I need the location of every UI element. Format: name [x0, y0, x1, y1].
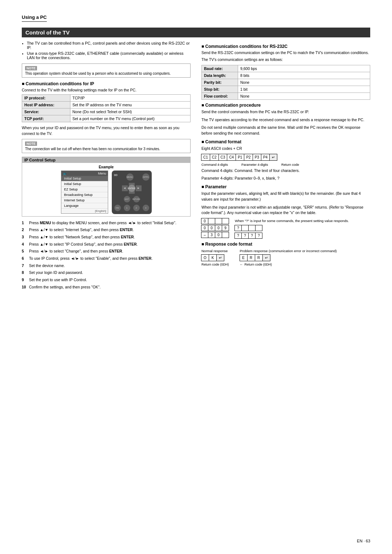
- comm-proc-p2: The TV operates according to the receive…: [201, 117, 370, 123]
- param-cell: 3: [208, 232, 215, 238]
- param-q-cell: ?: [241, 233, 249, 239]
- table-row: Flow control: None: [202, 93, 370, 99]
- step-8: 8 Set your login ID and password.: [22, 270, 191, 275]
- param-cell: –: [201, 232, 208, 238]
- remote-menu-btn: MENU: [126, 173, 134, 181]
- response-section: Normal response O K ↵ Return code (0DH) …: [201, 249, 370, 266]
- problem-response-label: Problem response (communication error or…: [240, 249, 337, 253]
- command-format-title: Command format: [201, 139, 370, 144]
- param-cell: 0: [201, 218, 208, 224]
- ip-control-title: IP Control Setup: [22, 157, 190, 163]
- dpad-right-btn: ►: [136, 185, 142, 191]
- step-7: 7 Set the device name.: [22, 263, 191, 268]
- cmd-cell-p2: P2: [244, 154, 253, 161]
- cell-key: Service:: [22, 108, 70, 115]
- ip-control-box: IP Control Setup Example 📺 Menu Initial …: [22, 157, 191, 217]
- parameter-note: When the input parameter is not within a…: [201, 205, 370, 216]
- remote-dpad: ▲ ▼ ◄ ► ENTER: [122, 183, 142, 194]
- btn-2: 2: [133, 205, 140, 211]
- cell-value: TCP/IP: [70, 95, 190, 102]
- param-right-section: When "?" is input for some commands, the…: [235, 218, 349, 239]
- err-return-cell: ↵: [262, 254, 270, 261]
- menu-item-3: Broadcasting Setup: [61, 192, 108, 198]
- parameter-intro: Input the parameter values, aligning lef…: [201, 191, 370, 202]
- param-cell: [215, 218, 222, 224]
- comm-rs232-table: Baud rate: 9,600 bps Data length: 8 bits…: [201, 65, 370, 100]
- command-diagram: C1 C2 C3 C4 P1 P2 P3 P4 ↵: [201, 154, 370, 161]
- btn-3: 3: [143, 205, 149, 211]
- remote-apps-btn: APPS: [142, 173, 150, 181]
- cmd-cell-p1: P1: [236, 154, 244, 161]
- fav-btn: FAV: [114, 205, 121, 211]
- enter-btn: ENTER: [128, 185, 135, 192]
- cmd-cell-p4: P4: [261, 154, 270, 161]
- cell-key: Baud rate:: [202, 65, 238, 72]
- return-btn: RETURN: [133, 196, 140, 202]
- left-column: The TV can be controlled from a PC, cont…: [22, 41, 191, 291]
- cell-key: Parity bit:: [202, 79, 238, 86]
- note-text-2: The connection will be cut off when ther…: [25, 147, 187, 151]
- using-pc-label: Using a PC: [22, 15, 47, 22]
- menu-footer: [English]: [61, 209, 108, 213]
- normal-response-col: Normal response O K ↵ Return code (0DH): [201, 249, 229, 266]
- note-label-2: NOTE: [25, 141, 37, 146]
- menu-item-0: Initial Setup: [61, 176, 108, 181]
- cmd-cell-c1: C1: [201, 154, 210, 161]
- cmd-return-cell: ↵: [269, 154, 277, 161]
- exit-btn: EXIT: [124, 196, 130, 202]
- param-q-cell: ?: [234, 233, 242, 239]
- menu-icon: 📺: [63, 172, 67, 175]
- param-row-2: 0 0 0 9: [201, 225, 229, 231]
- id-password-note: When you set your ID and password on the…: [22, 125, 191, 137]
- param-cell: [208, 218, 215, 224]
- cell-value: None (Do not select Telnet or SSH): [70, 108, 190, 115]
- numbered-steps: 1 Press MENU to display the MENU screen,…: [22, 220, 191, 290]
- ascii-note: Eight ASCII codes + CR: [201, 146, 370, 152]
- dpad-left-btn: ◄: [122, 185, 128, 191]
- response-code-title: Response code format: [201, 242, 370, 247]
- param-cell: 0: [201, 225, 208, 231]
- param-q-cell: [255, 225, 262, 231]
- comm-proc-p1: Send the control commands from the PC vi…: [201, 109, 370, 115]
- table-row: Parity bit: None: [202, 79, 370, 86]
- cell-value: Set a port number on the TV menu (Contro…: [70, 115, 190, 122]
- normal-response-label: Normal response: [201, 249, 229, 253]
- return-label: Return code: [281, 163, 299, 167]
- err-return-note: ← Return code (0DH): [240, 263, 337, 266]
- cell-value: Set the IP address on the TV menu: [70, 102, 190, 108]
- section-title: Control of the TV: [22, 28, 370, 37]
- step-1: 1 Press MENU to display the MENU screen,…: [22, 220, 191, 226]
- cmd-label: Command 4-digits: [201, 163, 241, 167]
- cell-value: 9,600 bps: [238, 65, 370, 72]
- comm-rs232-settings-label: The TV's communication settings are as f…: [201, 57, 370, 63]
- step-2: 2 Press ▲/▼ to select "Internet Setup", …: [22, 227, 191, 233]
- comm-rs232-intro: Send the RS-232C communication settings …: [201, 50, 370, 55]
- note-text-1: This operation system should be used by …: [25, 71, 187, 75]
- table-row: Data length: 8 bits: [202, 72, 370, 79]
- cell-value: None: [238, 93, 370, 99]
- cmd-cell-c3: C3: [219, 154, 228, 161]
- cell-value: 1 bit: [238, 86, 370, 93]
- ok-return-note: Return code (0DH): [201, 263, 229, 266]
- ok-cell-k: K: [209, 254, 217, 261]
- comm-ip-intro: Connect to the TV with the following set…: [22, 88, 191, 92]
- remote-fav-buttons: FAV 1 2 3: [114, 205, 149, 211]
- menu-header: 📺 Menu: [61, 171, 108, 176]
- param-row-1: 0: [201, 218, 229, 224]
- param-cell: 0: [215, 232, 222, 238]
- param-right-note: When "?" is input for some commands, the…: [235, 218, 349, 223]
- param-q-cell: ?: [234, 225, 242, 231]
- parameter-title: Parameter: [201, 184, 370, 189]
- diagram-labels: Command 4-digits Parameter 4-digits Retu…: [201, 163, 370, 167]
- param-q-cell: [241, 225, 249, 231]
- bullet-2: Use a cross-type RS-232C cable, ETHERNET…: [27, 51, 191, 60]
- menu-item-4: Internet Setup: [61, 198, 108, 203]
- table-row: Baud rate: 9,600 bps: [202, 65, 370, 72]
- step-6: 6 To use IP Control, press ◄/► to select…: [22, 256, 191, 261]
- comm-proc-p3: Do not send multiple commands at the sam…: [201, 125, 370, 136]
- cell-value: 8 bits: [238, 72, 370, 79]
- ok-diagram: O K ↵: [201, 254, 229, 261]
- intro-bullets: The TV can be controlled from a PC, cont…: [22, 41, 191, 60]
- cell-key: TCP port#:: [22, 115, 70, 122]
- menu-item-2: EZ Setup: [61, 187, 108, 192]
